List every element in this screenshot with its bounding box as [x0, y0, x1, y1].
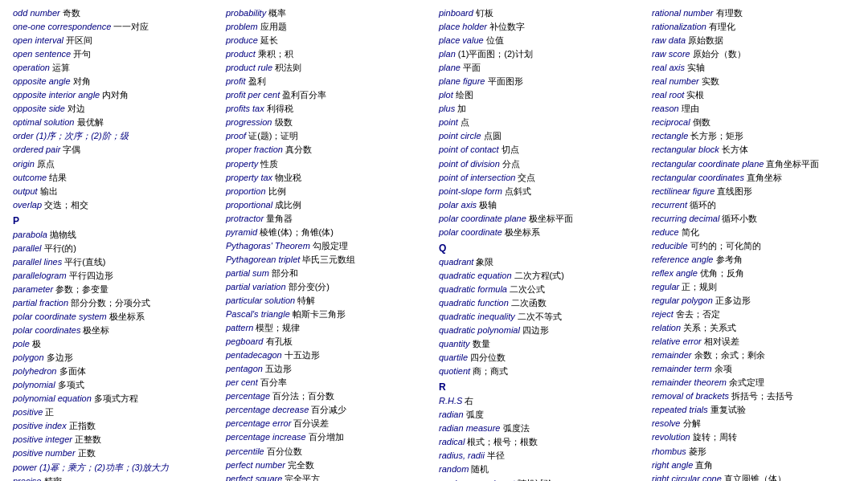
list-item: parallel 平行(的)	[13, 242, 216, 255]
entry-chinese: 实根	[686, 90, 704, 100]
list-item: pole 极	[13, 337, 216, 351]
entry-english: real number	[652, 76, 702, 86]
list-item: point of division 分点	[439, 157, 642, 171]
list-item: quotient 商；商式	[439, 365, 642, 378]
list-item: parabola 抛物线	[13, 228, 216, 242]
entry-chinese: 平行(的)	[44, 243, 76, 253]
entry-chinese: 直角坐标	[747, 173, 782, 182]
entry-english: power (1)幂；乘方；(2)功率；(3)放大力	[13, 463, 169, 472]
list-item: pattern 模型；规律	[226, 321, 429, 335]
list-item: per cent 百分率	[226, 376, 429, 389]
entry-english: recurrent	[652, 200, 690, 210]
entry-chinese: 二次不等式	[518, 312, 562, 321]
entry-chinese: 百分增加	[309, 432, 344, 442]
entry-english: polynomial equation	[13, 393, 94, 403]
entry-english: perfect number	[226, 460, 288, 470]
entry-english: parameter	[13, 284, 55, 294]
entry-english: point of contact	[439, 145, 502, 154]
entry-english: recurring decimal	[652, 214, 722, 223]
entry-english: origin	[13, 159, 37, 169]
entry-english: positive	[13, 407, 45, 417]
entry-chinese: 二次公式	[510, 284, 545, 294]
list-item: plus 加	[439, 102, 642, 116]
entry-english: remainder	[652, 350, 694, 360]
entry-english: positive integer	[13, 434, 75, 444]
list-item: radical 根式；根号；根数	[439, 435, 642, 449]
entry-english: radian measure	[439, 423, 503, 433]
list-item: revolution 旋转；周转	[652, 430, 855, 444]
list-item: plan (1)平面图；(2)计划	[439, 47, 642, 61]
list-item: rectilinear figure 直线图形	[652, 185, 855, 198]
entry-chinese: 平行(直线)	[64, 257, 105, 267]
entry-chinese: 量角器	[266, 214, 293, 223]
list-item: real axis 实轴	[652, 61, 855, 75]
entry-chinese: 参考角	[716, 255, 743, 264]
list-item: pentagon 五边形	[226, 362, 429, 376]
list-item: percentage decrease 百分减少	[226, 403, 429, 417]
entry-english: proportion	[226, 186, 268, 196]
entry-english: parallel	[13, 243, 44, 253]
list-item: plane figure 平面图形	[439, 75, 642, 88]
entry-english: precise	[13, 476, 44, 481]
entry-english: pegboard	[226, 336, 266, 346]
list-item: polar coordinate system 极坐标系	[13, 310, 216, 324]
entry-chinese: 平面	[463, 63, 481, 72]
entry-english: parallelogram	[13, 271, 69, 280]
entry-chinese: 百分率	[260, 377, 287, 387]
list-item: plot 绘图	[439, 88, 642, 102]
entry-chinese: 盈利百分率	[282, 90, 326, 100]
entry-chinese: 运算	[52, 63, 70, 72]
list-item: opposite side 对边	[13, 102, 216, 116]
entry-english: reduce	[652, 227, 682, 237]
entry-chinese: 分解	[683, 418, 701, 428]
list-item: recurrent 循环的	[652, 198, 855, 212]
list-item: operation 运算	[13, 61, 216, 75]
entry-english: pinboard	[439, 8, 476, 18]
list-item: quadratic inequality 二次不等式	[439, 310, 642, 324]
entry-english: proper fraction	[226, 145, 285, 154]
entry-english: rectilinear figure	[652, 186, 717, 196]
entry-english: profit	[226, 76, 248, 86]
entry-chinese: 直立圆锥（体）	[724, 474, 786, 481]
entry-english: place value	[439, 35, 486, 45]
list-item: probability 概率	[226, 6, 429, 20]
list-item: point 点	[439, 116, 642, 129]
entry-english: ordered pair	[13, 145, 63, 154]
entry-english: quadratic function	[439, 298, 511, 308]
list-item: real number 实数	[652, 75, 855, 88]
entry-english: Pascal's triangle	[226, 309, 293, 319]
entry-english: reflex angle	[652, 268, 700, 278]
list-item: rational number 有理数	[652, 6, 855, 20]
entry-english: property tax	[226, 173, 275, 182]
entry-english: reject	[652, 309, 676, 319]
entry-english: opposite angle	[13, 76, 73, 86]
entry-english: rectangular coordinates	[652, 173, 747, 182]
list-item: reciprocal 倒数	[652, 116, 855, 129]
list-item: quantity 数量	[439, 337, 642, 351]
entry-english: radian	[439, 410, 466, 419]
list-item: progression 级数	[226, 116, 429, 129]
entry-english: rationalization	[652, 22, 709, 31]
entry-chinese: 概率	[268, 8, 286, 18]
entry-chinese: 部分分数；分项分式	[71, 298, 150, 308]
entry-english: random experiment	[439, 479, 518, 482]
entry-english: opposite interior angle	[13, 90, 102, 100]
entry-english: reciprocal	[652, 117, 693, 127]
entry-english: product rule	[226, 63, 275, 72]
entry-chinese: 级数	[275, 117, 293, 127]
list-item: proportion 比例	[226, 185, 429, 198]
entry-english: reason	[652, 104, 682, 113]
entry-chinese: 二次方程(式)	[514, 271, 564, 280]
entry-english: percentage decrease	[226, 405, 311, 414]
list-item: proper fraction 真分数	[226, 143, 429, 157]
list-item: ordered pair 字偶	[13, 143, 216, 157]
list-item: radian 弧度	[439, 408, 642, 422]
entry-chinese: 输出	[40, 186, 58, 196]
entry-chinese: 随机	[471, 464, 489, 474]
entry-chinese: 优角；反角	[700, 268, 744, 278]
entry-english: proportional	[226, 200, 275, 210]
entry-english: right circular cone	[652, 474, 724, 481]
entry-english: positive number	[13, 448, 78, 458]
entry-english: probability	[226, 8, 268, 18]
entry-english: remainder term	[652, 364, 714, 373]
